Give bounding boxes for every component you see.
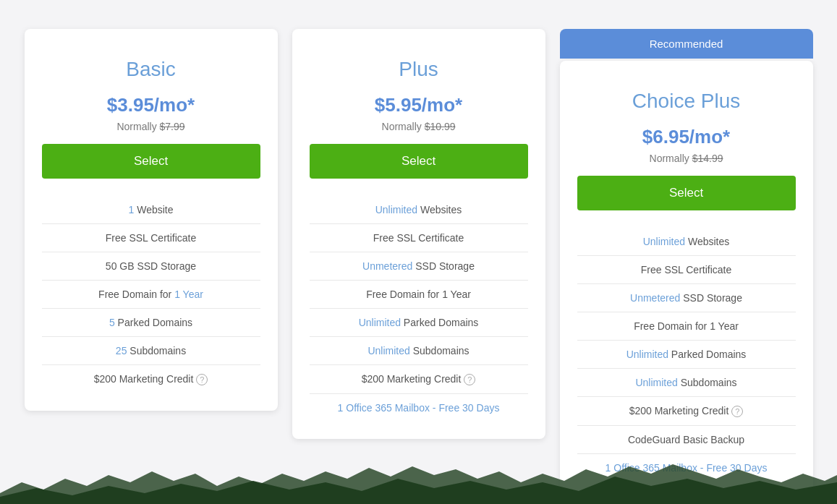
feature-item: Free Domain for 1 Year [42,280,260,308]
plan-card-plus: Plus$5.95/mo*Normally $10.99SelectUnlimi… [292,29,545,439]
feature-list: Unlimited WebsitesFree SSL CertificateUn… [577,228,796,482]
plan-card-basic: Basic$3.95/mo*Normally $7.99Select1 Webs… [25,29,278,411]
feature-item: Unlimited Websites [310,196,528,223]
plan-normal-price: Normally $10.99 [310,121,528,132]
help-icon[interactable]: ? [196,374,208,385]
feature-item: Unlimited Subdomains [310,336,528,364]
office365-link[interactable]: 1 Office 365 Mailbox - Free 30 Days [338,402,500,414]
plan-price: $3.95/mo* [42,94,260,116]
plan-name: Basic [42,58,260,81]
plan-price: $6.95/mo* [577,126,796,148]
feature-item: Unmetered SSD Storage [577,283,796,312]
feature-item: Free SSL Certificate [310,223,528,252]
plan-card-choice-plus: RecommendedChoice Plus$6.95/mo*Normally … [560,61,813,499]
feature-item: Free Domain for 1 Year [310,280,528,308]
feature-item: 1 Office 365 Mailbox - Free 30 Days [310,393,528,422]
feature-item: Free SSL Certificate [42,223,260,252]
feature-item: 5 Parked Domains [42,308,260,336]
feature-item: $200 Marketing Credit? [42,364,260,393]
feature-item: Unmetered SSD Storage [310,252,528,280]
feature-item: Unlimited Parked Domains [577,340,796,368]
feature-item: 1 Website [42,196,260,223]
feature-list: Unlimited WebsitesFree SSL CertificateUn… [310,196,528,422]
select-button[interactable]: Select [310,144,528,179]
feature-item: Unlimited Websites [577,228,796,255]
feature-list: 1 WebsiteFree SSL Certificate50 GB SSD S… [42,196,260,393]
feature-item: $200 Marketing Credit? [310,364,528,393]
feature-item: Free SSL Certificate [577,255,796,283]
feature-item: Free Domain for 1 Year [577,312,796,340]
recommended-badge: Recommended [560,29,813,59]
help-icon[interactable]: ? [731,406,743,417]
mountain-decoration [0,461,837,504]
plan-name: Choice Plus [577,90,796,113]
feature-item: $200 Marketing Credit? [577,396,796,425]
select-button[interactable]: Select [577,176,796,210]
feature-item: Unlimited Subdomains [577,368,796,396]
plan-normal-price: Normally $7.99 [42,121,260,132]
help-icon[interactable]: ? [464,374,475,385]
plan-normal-price: Normally $14.99 [577,153,796,164]
feature-item: Unlimited Parked Domains [310,308,528,336]
plan-price: $5.95/mo* [310,94,528,116]
pricing-container: Basic$3.95/mo*Normally $7.99Select1 Webs… [0,0,837,499]
feature-item: 25 Subdomains [42,336,260,364]
plan-name: Plus [310,58,528,81]
select-button[interactable]: Select [42,144,260,179]
feature-item: CodeGuard Basic Backup [577,425,796,453]
feature-item: 50 GB SSD Storage [42,252,260,280]
